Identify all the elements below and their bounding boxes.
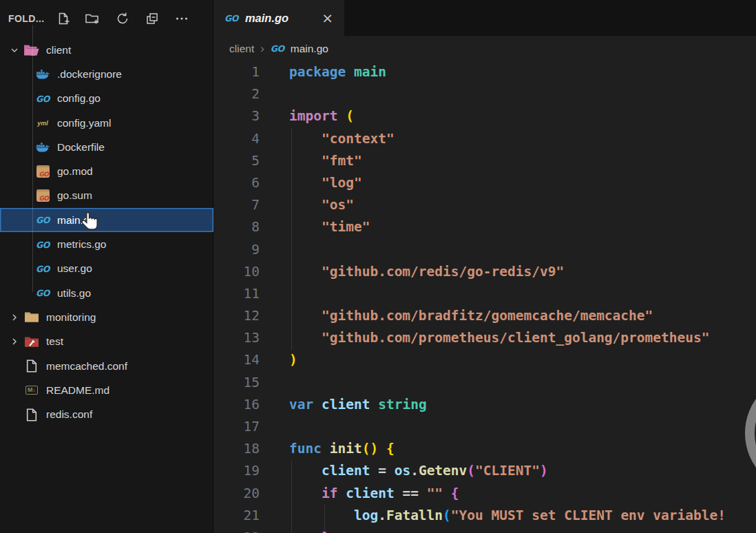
code-text: func init() { [260,438,395,460]
code-text: "github.com/bradfitz/gomemcache/memcache… [260,305,653,327]
line-number: 8 [213,216,260,238]
token-b1: { [386,441,395,457]
code-line-7[interactable]: 7 "os" [213,194,756,216]
line-number: 2 [213,83,260,105]
token-st: "github.com/redis/go-redis/v9" [322,264,564,280]
token-kw: package [289,64,346,80]
code-line-10[interactable]: 10 "github.com/redis/go-redis/v9" [213,261,756,283]
code-editor[interactable]: 1package main23import (4 "context"5 "fmt… [213,61,756,533]
breadcrumb-folder[interactable]: client [229,43,254,55]
code-line-6[interactable]: 6 "log" [213,172,756,194]
tree-item-go-mod[interactable]: GOgo.mod [0,159,213,183]
code-line-13[interactable]: 13 "github.com/prometheus/client_golang/… [213,327,756,349]
code-line-22[interactable]: 22 } [213,527,756,533]
token-pl [289,463,322,479]
token-b1: ( [346,108,354,124]
token-ty: string [378,397,426,412]
line-number: 20 [213,483,260,505]
tree-item-config-yaml[interactable]: ymlconfig.yaml [0,111,213,135]
code-line-1[interactable]: 1package main [213,61,756,83]
new-folder-button[interactable] [85,11,101,26]
tab-close-icon[interactable]: × [322,11,333,25]
code-line-19[interactable]: 19 client = os.Getenv("CLIENT") [213,460,756,482]
more-actions-icon [174,11,189,26]
code-text: package main [260,61,386,83]
icon-slot [23,43,40,56]
code-line-11[interactable]: 11 [213,283,756,305]
code-line-15[interactable]: 15 [213,372,756,394]
tree-item-config-go[interactable]: GOconfig.go [0,87,213,111]
collapse-all-icon [145,11,160,26]
token-pl [443,485,451,501]
token-kw: var [289,397,313,412]
breadcrumb-file[interactable]: main.go [291,43,328,55]
line-number: 6 [213,172,260,194]
line-number: 13 [213,327,260,349]
code-text: "github.com/prometheus/client_golang/pro… [260,327,710,349]
more-actions-button[interactable] [174,11,189,26]
code-line-9[interactable]: 9 [213,239,756,261]
tab-main-go[interactable]: GO main.go × [213,0,344,36]
go-icon: GO [36,288,50,298]
code-text: "github.com/redis/go-redis/v9" [260,261,564,283]
token-pl [322,441,330,457]
code-line-17[interactable]: 17 [213,416,756,438]
code-text [260,239,289,261]
token-pl [313,397,322,412]
line-number: 18 [213,438,260,460]
tree-item-client[interactable]: client [0,38,213,62]
token-ty: main [354,64,386,80]
code-text [260,416,289,438]
tree-item-test[interactable]: test [0,330,213,354]
tree-item-redis-conf[interactable]: redis.conf [0,402,213,426]
code-text [260,372,289,394]
tree-item-label: redis.conf [46,408,92,421]
code-line-20[interactable]: 20 if client == "" { [213,483,756,505]
code-line-16[interactable]: 16var client string [213,394,756,416]
token-pl [289,330,322,346]
icon-slot [23,359,40,373]
tree-item-memcached-conf[interactable]: memcached.conf [0,354,213,378]
code-line-3[interactable]: 3import ( [213,105,756,127]
code-line-14[interactable]: 14) [213,349,756,371]
collapse-all-button[interactable] [145,11,160,26]
breadcrumb-separator-icon: › [260,42,264,56]
token-pl [289,308,322,324]
code-line-18[interactable]: 18func init() { [213,438,756,460]
code-text: "log" [260,172,362,194]
tree-item-readme-md[interactable]: M↓README.md [0,378,213,402]
tree-item-metrics-go[interactable]: GOmetrics.go [0,232,213,256]
new-file-button[interactable] [56,11,71,26]
token-pl [289,153,322,169]
icon-slot: yml [34,120,51,127]
refresh-explorer-button[interactable] [115,11,130,26]
tree-item-go-sum[interactable]: GOgo.sum [0,184,213,208]
code-line-21[interactable]: 21 log.Fatalln("You MUST set CLIENT env … [213,505,756,527]
code-line-8[interactable]: 8 "time" [213,216,756,238]
tree-item-label: main.go [57,214,95,227]
code-text [260,283,289,305]
new-file-icon [56,11,71,26]
token-pl [289,485,322,501]
token-pl [337,485,346,501]
icon-slot: GO [34,264,51,274]
token-kw: func [289,441,322,457]
tree-item--dockerignore[interactable]: .dockerignore [0,62,213,86]
tree-item-monitoring[interactable]: monitoring [0,305,213,329]
code-line-2[interactable]: 2 [213,83,756,105]
token-b2: { [451,485,459,501]
token-pl [370,397,378,412]
chevron-down-icon [6,45,23,56]
code-line-4[interactable]: 4 "context" [213,128,756,150]
code-line-12[interactable]: 12 "github.com/bradfitz/gomemcache/memca… [213,305,756,327]
code-line-5[interactable]: 5 "fmt" [213,150,756,172]
tree-item-main-go[interactable]: GOmain.go [0,208,213,232]
tree-item-utils-go[interactable]: GOutils.go [0,281,213,305]
tree-item-dockerfile[interactable]: Dockerfile [0,135,213,159]
token-st: "time" [322,219,370,235]
token-b2: } [322,530,330,533]
token-b1: () [362,441,378,457]
tree-item-user-go[interactable]: GOuser.go [0,257,213,281]
line-number: 7 [213,194,260,216]
token-pl [289,264,322,280]
